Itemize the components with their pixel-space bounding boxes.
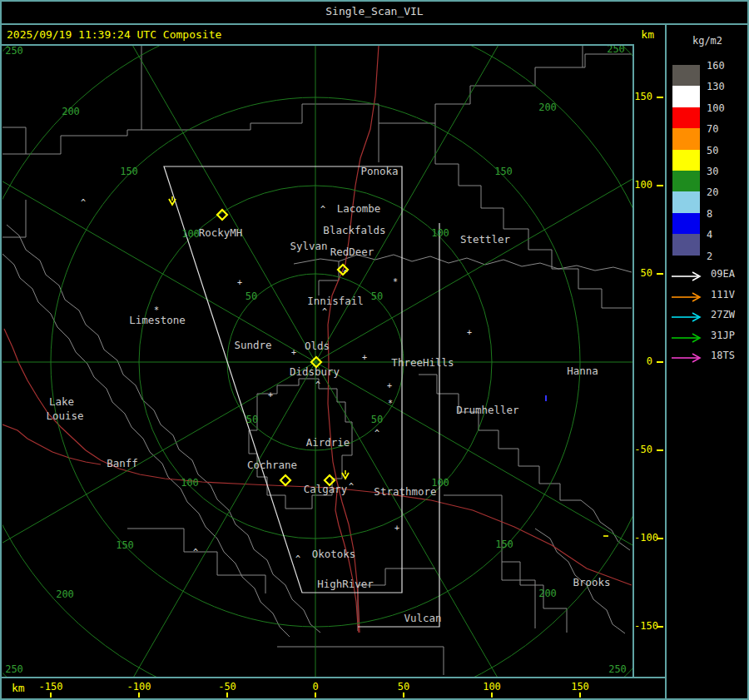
right-axis-tick (657, 449, 663, 451)
bottom-axis-tick (50, 693, 52, 698)
scale-color-block (672, 191, 700, 213)
map-border-bottom (0, 677, 665, 678)
ring-distance-label: 150 (116, 539, 134, 551)
bottom-axis-tick (491, 693, 493, 698)
km-unit-top: km (634, 28, 654, 41)
town-marker: + (291, 348, 296, 357)
scan-sector-outline (358, 223, 439, 627)
city-label: Vulcan (404, 612, 441, 624)
scale-value-label: 30 (707, 166, 718, 177)
ring-distance-label: 100 (431, 227, 449, 239)
city-label: Ponoka (360, 165, 398, 177)
city-label: RockyMH (199, 226, 243, 239)
radar-map[interactable]: 5050505010010010010015015015015020020020… (2, 46, 632, 677)
town-marker: + (362, 353, 367, 362)
scale-color-block (672, 65, 700, 87)
right-axis-tick (657, 361, 663, 363)
town-marker: ^ (349, 482, 354, 491)
scale-color-block (672, 213, 700, 235)
highway-road (2, 424, 101, 464)
scale-value-label: 2 (707, 251, 712, 262)
ring-distance-label: 50 (246, 290, 257, 302)
municipal-boundary (302, 104, 379, 162)
city-label: Strathmore (374, 485, 436, 498)
town-marker: ^ (81, 198, 86, 207)
city-label: Hanna (567, 365, 598, 377)
city-label: Stettler (460, 233, 511, 246)
radar-site-marker (280, 475, 290, 485)
city-label: HighRiver (317, 578, 374, 590)
scale-color-block (672, 234, 700, 256)
bottom-axis-label: -150 (34, 681, 67, 693)
ring-distance-label: 50 (246, 414, 258, 425)
bottom-axis-tick (138, 693, 140, 698)
city-label: Sylvan (290, 240, 327, 252)
town-marker: + (394, 524, 399, 533)
track-arrow-icon (671, 330, 707, 340)
vil-echo (603, 535, 608, 537)
ring-distance-label: 150 (494, 166, 513, 177)
city-label: Louise (46, 410, 83, 422)
city-label: Brooks (573, 576, 610, 588)
city-label: Airdrie (306, 436, 350, 449)
city-label: Lacombe (337, 202, 381, 215)
right-axis-tick (657, 626, 663, 628)
town-marker: * (388, 399, 393, 408)
bottom-axis-label: -100 (122, 681, 156, 693)
legend-divider (665, 23, 667, 700)
right-axis-label: -150 (634, 620, 652, 632)
municipal-boundary (2, 127, 26, 154)
municipal-boundary (319, 261, 339, 295)
track-id-label: 111V (711, 289, 735, 300)
town-marker: * (393, 277, 398, 286)
bottom-axis-tick (403, 693, 404, 698)
window-title: Single_Scan_VIL (325, 5, 423, 17)
city-label: Okotoks (312, 548, 356, 560)
scale-value-label: 100 (707, 102, 725, 114)
town-marker: + (467, 328, 472, 337)
legend-unit-label: kg/m2 (674, 35, 741, 47)
title-bar: Single_Scan_VIL (0, 0, 749, 22)
ring-distance-label: 50 (371, 414, 383, 425)
track-arrow-icon (671, 290, 707, 300)
scale-color-block (672, 128, 700, 150)
scale-value-label: 4 (707, 229, 712, 241)
ring-distance-label: 250 (607, 46, 625, 55)
ring-distance-label: 50 (371, 290, 383, 302)
track-id-label: 31JP (711, 330, 735, 341)
municipal-boundary (7, 225, 320, 633)
city-label: Cochrane (247, 459, 297, 471)
ring-distance-label: 200 (538, 102, 557, 113)
radar-app-window: Single_Scan_VIL 2025/09/19 11:39:24 UTC … (0, 0, 749, 700)
bottom-axis-tick (226, 693, 228, 698)
bottom-axis-label: 0 (299, 681, 332, 693)
scale-value-label: 20 (707, 186, 718, 198)
ring-distance-label: 150 (120, 166, 138, 177)
city-label: Banff (107, 457, 138, 469)
ring-distance-label: 250 (5, 663, 23, 675)
bottom-axis-label: 100 (475, 681, 508, 693)
city-label: Calgary (304, 483, 348, 495)
right-axis-label: 0 (634, 355, 652, 367)
track-id-label: 18TS (711, 350, 735, 361)
ring-distance-label: 100 (181, 477, 199, 489)
city-label: ThreeHills (391, 356, 454, 369)
right-axis-label: 50 (634, 267, 652, 279)
ring-distance-label: 200 (538, 588, 557, 599)
ring-distance-label: 200 (56, 588, 74, 600)
city-label: Olds (305, 340, 330, 352)
town-marker: ^ (374, 429, 379, 438)
title-separator (0, 23, 749, 25)
timestamp-label: 2025/09/19 11:39:24 UTC Composite (7, 28, 221, 41)
scale-color-block (672, 107, 700, 129)
right-axis-label: 100 (634, 179, 652, 191)
bottom-axis-label: -50 (211, 681, 244, 693)
bottom-axis-label: 150 (563, 681, 597, 693)
city-label: Lake (49, 395, 74, 408)
right-axis-label: -50 (634, 444, 652, 455)
bottom-axis-tick (579, 693, 581, 698)
town-marker: + (387, 381, 392, 390)
town-marker: ^ (193, 548, 198, 557)
city-label: Drumheller (456, 404, 519, 416)
city-label: RedDeer (330, 246, 374, 258)
